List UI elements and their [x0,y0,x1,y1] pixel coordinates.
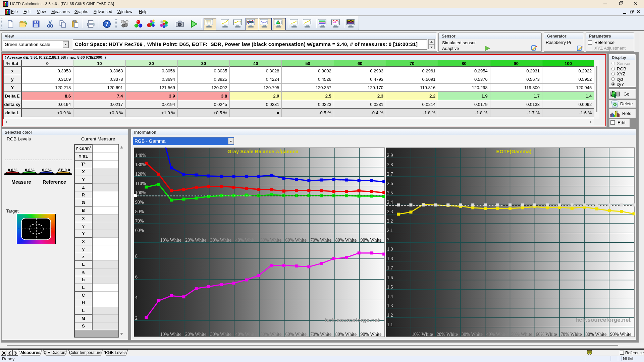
svg-text:6: 6 [135,275,138,280]
svg-text:2.1: 2.1 [387,228,393,233]
svg-text:80% White: 80% White [585,332,606,337]
svg-text:60% White: 60% White [285,332,307,337]
svg-text:70% White: 70% White [310,238,331,243]
svg-text:1.1: 1.1 [387,322,393,327]
svg-text:Measures: Measures [20,350,41,355]
svg-text:2.5: 2.5 [387,190,393,195]
svg-text:8: 8 [135,254,138,259]
svg-text:2.3: 2.3 [387,209,393,214]
svg-text:60%: 60% [135,228,144,233]
svg-text:1.4: 1.4 [387,294,393,299]
svg-text:40% White: 40% White [235,238,256,243]
svg-text:80% White: 80% White [335,238,357,243]
svg-text:140%: 140% [135,153,146,158]
svg-text:70%: 70% [135,219,144,224]
svg-text:60% White: 60% White [536,332,557,337]
svg-text:1.6: 1.6 [387,275,393,280]
svg-text:1.9: 1.9 [387,247,393,252]
svg-text:RGB Levels: RGB Levels [105,350,126,355]
svg-text:40% White: 40% White [486,332,507,337]
svg-text:80%: 80% [135,209,144,214]
svg-text:120%: 120% [135,172,146,177]
svg-text:1.3: 1.3 [387,303,393,308]
svg-text:2: 2 [135,316,138,321]
svg-text:20% White: 20% White [185,238,206,243]
svg-text:70% White: 70% White [560,332,582,337]
svg-text:100%: 100% [135,190,146,195]
svg-text:Color temperature: Color temperature [69,350,102,355]
svg-text:hcfr.sourceforge.net: hcfr.sourceforge.net [576,317,631,323]
svg-text:?: ? [105,21,109,27]
svg-text:2.8: 2.8 [387,162,393,167]
svg-text:4: 4 [135,295,138,300]
svg-text:90% White: 90% White [610,332,631,337]
svg-text:2.6: 2.6 [387,181,393,186]
svg-text:60% White: 60% White [285,238,307,243]
svg-text:1.7: 1.7 [387,265,393,270]
svg-text:0.0%: 0.0% [42,167,52,172]
svg-text:2.2: 2.2 [387,219,393,224]
svg-text:2: 2 [387,237,389,242]
svg-text:10% White: 10% White [160,238,181,243]
svg-text:1.5: 1.5 [387,285,393,290]
svg-text:90% White: 90% White [360,332,381,337]
svg-text:90% White: 90% White [360,238,381,243]
svg-text:40% White: 40% White [235,332,256,337]
svg-text:2.4: 2.4 [387,200,393,205]
svg-text:10% White: 10% White [160,332,181,337]
svg-text:10% White: 10% White [412,332,433,337]
svg-text:2.7: 2.7 [387,172,393,177]
svg-text:20% White: 20% White [185,332,206,337]
svg-text:0.0%: 0.0% [8,167,17,172]
svg-text:Gray Scale Balance w/gamma: Gray Scale Balance w/gamma [227,148,299,154]
svg-text:EOTF(Gamma): EOTF(Gamma) [496,148,531,154]
svg-text:80% White: 80% White [335,332,357,337]
svg-text:90%: 90% [135,200,144,205]
svg-text:2.9: 2.9 [387,153,393,158]
svg-text:70% White: 70% White [310,332,331,337]
svg-text:50% White: 50% White [511,332,532,337]
svg-text:110%: 110% [135,181,146,186]
svg-text:30% White: 30% White [210,332,231,337]
svg-text:130%: 130% [135,162,146,167]
svg-text:CIE Diagram: CIE Diagram [44,350,67,355]
svg-text:50% White: 50% White [260,238,281,243]
svg-text:1.8: 1.8 [387,256,393,261]
svg-text:dE 0.0: dE 0.0 [58,167,70,172]
svg-text:50% White: 50% White [260,332,281,337]
svg-text:20% White: 20% White [437,332,458,337]
svg-text:0.0%: 0.0% [25,167,35,172]
svg-text:hcfr.sourceforge.net: hcfr.sourceforge.net [325,317,380,323]
svg-text:30% White: 30% White [462,332,483,337]
svg-text:30% White: 30% White [210,238,231,243]
svg-text:1.2: 1.2 [387,313,393,318]
